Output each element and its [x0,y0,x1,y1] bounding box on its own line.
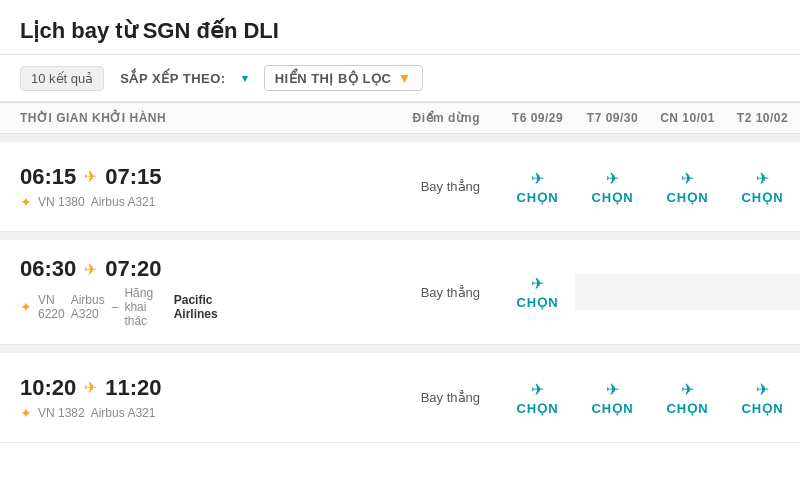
chon-plane-icon: ✈ [756,380,769,399]
price-cols: ✈CHỌN [500,274,800,310]
chon-button[interactable]: ✈CHỌN [666,169,708,205]
depart-time: 06:30 [20,256,76,282]
operator-name: Pacific Airlines [174,293,220,321]
chon-button[interactable]: ✈CHỌN [516,380,558,416]
price-col-1[interactable]: ✈CHỌN [575,169,650,205]
flight-row: 06:15✈07:15✦VN 1380Airbus A321Bay thẳng✈… [0,142,800,232]
arrive-time: 11:20 [105,375,161,401]
price-col-3[interactable]: ✈CHỌN [725,380,800,416]
price-cols: ✈CHỌN✈CHỌN✈CHỌN✈CHỌN✈CHỌN [500,380,800,416]
chon-button[interactable]: ✈CHỌN [591,380,633,416]
flight-row: 10:20✈11:20✦VN 1382Airbus A321Bay thẳng✈… [0,353,800,443]
price-col-0[interactable]: ✈CHỌN [500,380,575,416]
chon-plane-icon: ✈ [531,380,544,399]
chon-plane-icon: ✈ [531,169,544,188]
chon-label: CHỌN [666,190,708,205]
chon-plane-icon: ✈ [681,169,694,188]
results-count: 10 kết quả [20,66,104,91]
table-header: THỜI GIAN KHỞI HÀNH Điểm dừng T6 09/29T7… [0,102,800,134]
date-col-3: T2 10/02 [725,111,800,125]
price-col-0[interactable]: ✈CHỌN [500,169,575,205]
date-col-1: T7 09/30 [575,111,650,125]
aircraft-type: Airbus A321 [91,195,156,209]
plane-icon: ✈ [84,167,97,186]
flight-row: 06:30✈07:20✦VN 6220Airbus A320–Hãng khai… [0,240,800,345]
arrive-time: 07:15 [105,164,161,190]
price-col-3[interactable]: ✈CHỌN [725,169,800,205]
date-cols-header: T6 09/29T7 09/30CN 10/01T2 10/02T3 10/03… [500,111,800,125]
chon-label: CHỌN [516,401,558,416]
filter-button[interactable]: HIỂN THỊ BỘ LỌC ▼ [264,65,423,91]
price-col-2[interactable]: ✈CHỌN [650,169,725,205]
depart-time: 10:20 [20,375,76,401]
price-col-1[interactable]: ✈CHỌN [575,380,650,416]
chon-button[interactable]: ✈CHỌN [741,380,783,416]
chon-label: CHỌN [516,295,558,310]
plane-icon: ✈ [84,260,97,279]
toolbar: 10 kết quả SẮP XẾP THEO: ▾ HIỂN THỊ BỘ L… [0,55,800,102]
sort-label: SẮP XẾP THEO: [120,71,225,86]
page-header: Lịch bay từ SGN đến DLI [0,0,800,55]
filter-icon: ▼ [397,70,411,86]
operator-label: Hãng khai thác [124,286,167,328]
price-col-2[interactable]: ✈CHỌN [650,380,725,416]
chon-plane-icon: ✈ [756,169,769,188]
price-col-0[interactable]: ✈CHỌN [500,274,575,310]
chon-label: CHỌN [591,401,633,416]
flight-times-1: 06:30✈07:20✦VN 6220Airbus A320–Hãng khai… [20,256,220,328]
date-col-0: T6 09/29 [500,111,575,125]
flight-col-label: THỜI GIAN KHỞI HÀNH [20,111,166,125]
price-cols: ✈CHỌN✈CHỌN✈CHỌN✈CHỌN [500,169,800,205]
chon-button[interactable]: ✈CHỌN [516,169,558,205]
flight-times-0: 06:15✈07:15✦VN 1380Airbus A321 [20,164,220,210]
flight-stops: Bay thẳng [220,390,500,405]
aircraft-type: Airbus A320 [71,293,106,321]
arrive-time: 07:20 [105,256,161,282]
chon-plane-icon: ✈ [681,380,694,399]
flight-times-2: 10:20✈11:20✦VN 1382Airbus A321 [20,375,220,421]
chon-label: CHỌN [741,190,783,205]
plane-icon: ✈ [84,378,97,397]
chon-button[interactable]: ✈CHỌN [591,169,633,205]
date-col-2: CN 10/01 [650,111,725,125]
va-logo-icon: ✦ [20,405,32,421]
chon-button[interactable]: ✈CHỌN [741,169,783,205]
chon-label: CHỌN [666,401,708,416]
flight-number: VN 6220 [38,293,65,321]
flight-number: VN 1380 [38,195,85,209]
chon-button[interactable]: ✈CHỌN [666,380,708,416]
flight-number: VN 1382 [38,406,85,420]
chon-plane-icon: ✈ [531,274,544,293]
flight-stops: Bay thẳng [220,285,500,300]
sort-button[interactable]: ▾ [242,72,248,85]
va-logo-icon: ✦ [20,299,32,315]
page-title: Lịch bay từ SGN đến DLI [20,18,780,44]
filter-label: HIỂN THỊ BỘ LỌC [275,71,392,86]
chon-label: CHỌN [516,190,558,205]
chevron-down-icon: ▾ [242,72,248,85]
col-stops-header: Điểm dừng [400,111,500,125]
flight-stops: Bay thẳng [220,179,500,194]
aircraft-type: Airbus A321 [91,406,156,420]
page: Lịch bay từ SGN đến DLI 10 kết quả SẮP X… [0,0,800,500]
chon-button[interactable]: ✈CHỌN [516,274,558,310]
price-col-1 [575,274,650,310]
chon-label: CHỌN [591,190,633,205]
stops-col-label: Điểm dừng [413,111,481,125]
price-col-2 [650,274,725,310]
va-logo-icon: ✦ [20,194,32,210]
price-col-3 [725,274,800,310]
depart-time: 06:15 [20,164,76,190]
chon-label: CHỌN [741,401,783,416]
chon-plane-icon: ✈ [606,169,619,188]
flights-list: 06:15✈07:15✦VN 1380Airbus A321Bay thẳng✈… [0,134,800,443]
chon-plane-icon: ✈ [606,380,619,399]
col-flight-info-header: THỜI GIAN KHỞI HÀNH [20,111,400,125]
